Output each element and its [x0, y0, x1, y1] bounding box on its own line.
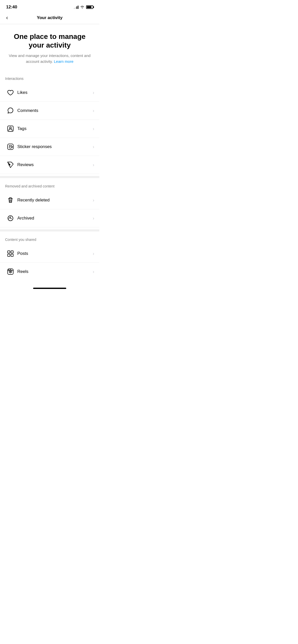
section-divider-0: [0, 176, 99, 178]
section-removed-archived: Removed and archived content Recently de…: [0, 178, 99, 231]
page-title: Your activity: [37, 15, 63, 20]
reels-icon: [5, 266, 16, 277]
sections-container: Interactions Likes› Comments› Tags› Stic…: [0, 70, 99, 281]
item-label-reviews: Reviews: [17, 162, 93, 167]
chevron-icon-comments: ›: [93, 108, 94, 113]
svg-rect-9: [11, 251, 13, 253]
item-label-posts: Posts: [17, 251, 93, 256]
list-item-recently-deleted[interactable]: Recently deleted›: [0, 191, 99, 209]
section-header-removed-archived: Removed and archived content: [0, 184, 99, 191]
item-label-reels: Reels: [17, 269, 93, 274]
nav-bar: ‹ Your activity: [0, 13, 99, 24]
item-label-sticker-responses: Sticker responses: [17, 144, 93, 149]
list-item-reviews[interactable]: Reviews›: [0, 156, 99, 174]
list-item-reels[interactable]: Reels›: [0, 263, 99, 281]
hero-section: One place to manage your activity View a…: [0, 24, 99, 70]
home-indicator: [0, 285, 99, 290]
status-icons: [74, 5, 93, 9]
chevron-icon-reels: ›: [93, 269, 94, 274]
list-item-likes[interactable]: Likes›: [0, 84, 99, 102]
signal-icon: [74, 5, 78, 9]
chevron-icon-reviews: ›: [93, 162, 94, 168]
svg-rect-10: [8, 254, 10, 256]
section-header-content-shared: Content you shared: [0, 238, 99, 245]
wifi-icon: [80, 5, 85, 9]
learn-more-link[interactable]: Learn more: [54, 59, 74, 64]
list-item-posts[interactable]: Posts›: [0, 245, 99, 263]
battery-icon: [86, 5, 93, 9]
grid-icon: [5, 248, 16, 259]
home-indicator-bar: [33, 288, 66, 289]
trash-icon: [5, 195, 16, 206]
hero-title: One place to manage your activity: [8, 32, 92, 49]
section-content-shared: Content you shared Posts› Reels›: [0, 231, 99, 281]
item-label-likes: Likes: [17, 90, 93, 95]
item-label-recently-deleted: Recently deleted: [17, 198, 93, 203]
heart-icon: [5, 87, 16, 98]
status-bar: 12:40: [0, 0, 99, 13]
chevron-icon-sticker-responses: ›: [93, 144, 94, 150]
section-interactions: Interactions Likes› Comments› Tags› Stic…: [0, 70, 99, 178]
sticker-icon: [5, 141, 16, 152]
svg-point-3: [9, 146, 10, 147]
list-item-comments[interactable]: Comments›: [0, 102, 99, 120]
chevron-icon-posts: ›: [93, 251, 94, 256]
section-header-interactions: Interactions: [0, 77, 99, 84]
svg-rect-8: [8, 251, 10, 253]
item-label-tags: Tags: [17, 126, 93, 131]
archive-icon: [5, 213, 16, 224]
back-button[interactable]: ‹: [5, 13, 9, 22]
tag-person-icon: [5, 123, 16, 134]
section-divider-1: [0, 229, 99, 231]
list-item-tags[interactable]: Tags›: [0, 120, 99, 138]
item-label-archived: Archived: [17, 216, 93, 221]
list-item-sticker-responses[interactable]: Sticker responses›: [0, 138, 99, 156]
item-label-comments: Comments: [17, 108, 93, 113]
chevron-icon-archived: ›: [93, 216, 94, 221]
star-tag-icon: [5, 159, 16, 170]
status-time: 12:40: [6, 5, 17, 10]
list-item-archived[interactable]: Archived›: [0, 209, 99, 227]
svg-point-14: [10, 271, 11, 272]
svg-point-4: [11, 146, 12, 147]
comment-icon: [5, 105, 16, 116]
svg-rect-11: [11, 254, 13, 256]
svg-point-1: [10, 127, 11, 129]
chevron-icon-recently-deleted: ›: [93, 198, 94, 203]
chevron-icon-likes: ›: [93, 90, 94, 95]
chevron-icon-tags: ›: [93, 126, 94, 131]
hero-subtitle: View and manage your interactions, conte…: [8, 53, 92, 64]
